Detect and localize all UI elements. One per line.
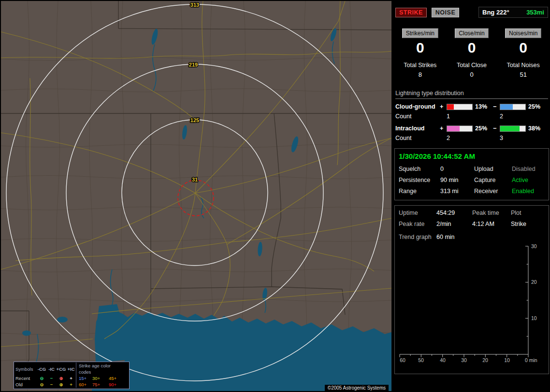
cg-plus-count: 1 <box>447 113 473 120</box>
x-tick-60: 60 <box>400 357 405 363</box>
uptime-value: 454:29 <box>436 210 472 216</box>
squelch-label: Squelch <box>399 166 440 172</box>
age-label: 60+ <box>76 381 92 388</box>
app-window: 313 219 125 31 Symbols -CG -IC +CG +IC S… <box>0 0 550 392</box>
y-tick-30: 30 <box>531 243 537 249</box>
total-close-value: 0 <box>446 71 498 78</box>
legend-row-recent: Recent ⊖ − ⊕ + 15+ 30+ 45+ <box>15 375 128 381</box>
trend-graph-row: Trend graph 60 min <box>399 234 545 240</box>
range-label: Range <box>399 188 440 195</box>
cg-minus-bar <box>500 104 526 110</box>
age-label: 90+ <box>109 381 123 388</box>
trend-ticks <box>400 246 528 357</box>
strike-legend: Symbols -CG -IC +CG +IC Strike age color… <box>14 362 130 389</box>
pos-cg-symbol: ⊕ <box>56 375 66 381</box>
receiver-label: Receiver <box>474 188 512 195</box>
cloud-ground-count-row: Count 1 2 <box>395 113 548 120</box>
capture-value: Active <box>512 177 545 183</box>
peak-rate-label: Peak rate <box>399 221 436 227</box>
close-per-min-button[interactable]: Close/min <box>455 28 488 38</box>
cg-plus-bar <box>447 104 473 110</box>
minus-sign: − <box>493 125 500 132</box>
ring-label-31: 31 <box>192 177 198 182</box>
system-status-box: 1/30/2026 10:44:52 AM Squelch 0 Upload D… <box>394 148 549 200</box>
cg-minus-count: 2 <box>500 113 526 120</box>
distribution-title: Lightning type distribution <box>395 90 548 99</box>
ic-minus-bar <box>500 126 526 132</box>
pos-cg-symbol: ⊕ <box>56 381 66 388</box>
legend-col-neg-cg: -CG <box>37 366 47 372</box>
legend-col-pos-cg: +CG <box>56 366 66 372</box>
noises-per-min-button[interactable]: Noises/min <box>505 28 541 38</box>
peak-time-value: 4:12 AM <box>472 221 511 227</box>
ic-plus-bar-fill <box>447 126 460 131</box>
receiver-value: Enabled <box>512 188 545 195</box>
map-canvas[interactable]: 313 219 125 31 <box>1 1 391 391</box>
trend-graph: 30 20 10 60 50 40 30 20 10 0 min <box>399 243 545 365</box>
cg-minus-bar-fill <box>500 104 513 110</box>
strikes-per-min-value: 0 <box>394 40 446 56</box>
squelch-value: 0 <box>440 166 474 172</box>
uptime-label: Uptime <box>399 210 436 216</box>
intracloud-count-row: Count 2 3 <box>395 135 548 141</box>
cloud-ground-row: Cloud-ground + 13% − 25% <box>395 103 548 110</box>
upload-value: Disabled <box>512 166 545 172</box>
legend-row-label: Old <box>15 381 37 388</box>
legend-row-old: Old ⊖ − ⊕ + 60+ 75+ 90+ <box>15 381 128 388</box>
plus-sign: + <box>440 125 447 132</box>
strikes-per-min-button[interactable]: Strikes/min <box>402 28 438 38</box>
plot-value: Strike <box>511 221 545 227</box>
status-grid: Squelch 0 Upload Disabled Persistence 90… <box>399 166 545 195</box>
x-tick-20: 20 <box>482 357 488 363</box>
ic-minus-bar-fill <box>500 126 520 131</box>
neg-ic-symbol: − <box>47 375 56 381</box>
legend-symbols-header: Symbols <box>15 366 37 372</box>
indicator-row: STRIKE NOISE Bng 222° 353mi <box>395 7 548 18</box>
noises-per-min-value: 0 <box>497 40 549 56</box>
rate-columns: Strikes/min 0 Total Strikes 8 Close/min … <box>394 28 549 78</box>
copyright-text: ©2005 Astrogenic Systems <box>325 385 389 391</box>
lightning-map-area: 313 219 125 31 Symbols -CG -IC +CG +IC S… <box>1 1 391 391</box>
cloud-ground-label: Cloud-ground <box>395 103 440 110</box>
strikes-per-min-column: Strikes/min 0 Total Strikes 8 <box>394 28 446 78</box>
distance-value: 353mi <box>526 9 544 16</box>
strike-indicator[interactable]: STRIKE <box>395 8 427 17</box>
y-tick-10: 10 <box>531 315 537 321</box>
trend-graph-interval: 60 min <box>436 234 455 240</box>
ic-plus-percent: 25% <box>473 125 493 132</box>
origin-label: 0 min <box>525 357 537 363</box>
total-strikes-value: 8 <box>394 71 446 78</box>
y-tick-20: 20 <box>531 279 537 285</box>
cg-plus-percent: 13% <box>473 103 493 110</box>
datetime-display: 1/30/2026 10:44:52 AM <box>399 152 545 160</box>
persistence-label: Persistence <box>399 177 440 183</box>
ring-label-313: 313 <box>190 2 199 8</box>
age-label: 15+ <box>76 375 92 381</box>
count-label: Count <box>395 135 440 141</box>
capture-label: Capture <box>474 177 512 183</box>
ic-plus-bar <box>447 126 473 132</box>
neg-ic-symbol: − <box>47 381 56 388</box>
legend-header-row: Symbols -CG -IC +CG +IC Strike age color… <box>15 363 128 375</box>
intracloud-row: Intracloud + 25% − 38% <box>395 125 548 132</box>
noise-indicator[interactable]: NOISE <box>432 8 459 17</box>
ring-label-125: 125 <box>190 117 199 123</box>
range-value: 313 mi <box>440 188 474 195</box>
cg-plus-bar-fill <box>447 104 454 110</box>
trend-axis-labels: 30 20 10 60 50 40 30 20 10 0 min <box>400 243 537 363</box>
close-per-min-column: Close/min 0 Total Close 0 <box>446 28 498 78</box>
stats-grid: Uptime 454:29 Peak time Plot Peak rate 2… <box>399 210 545 227</box>
pos-ic-symbol: + <box>66 381 76 388</box>
cg-minus-percent: 25% <box>526 103 545 110</box>
neg-cg-symbol: ⊖ <box>37 375 47 381</box>
ic-plus-count: 2 <box>447 135 473 141</box>
total-noises-label: Total Noises <box>497 62 549 69</box>
peak-time-label: Peak time <box>472 210 511 216</box>
stats-box: Uptime 454:29 Peak time Plot Peak rate 2… <box>394 205 549 374</box>
age-label: 45+ <box>109 375 123 381</box>
noises-per-min-column: Noises/min 0 Total Noises 51 <box>497 28 549 78</box>
bearing-box: Bng 222° 353mi <box>478 7 548 18</box>
lightning-distribution: Lightning type distribution Cloud-ground… <box>394 90 549 141</box>
total-close-label: Total Close <box>446 62 498 69</box>
persistence-value: 90 min <box>440 177 474 183</box>
